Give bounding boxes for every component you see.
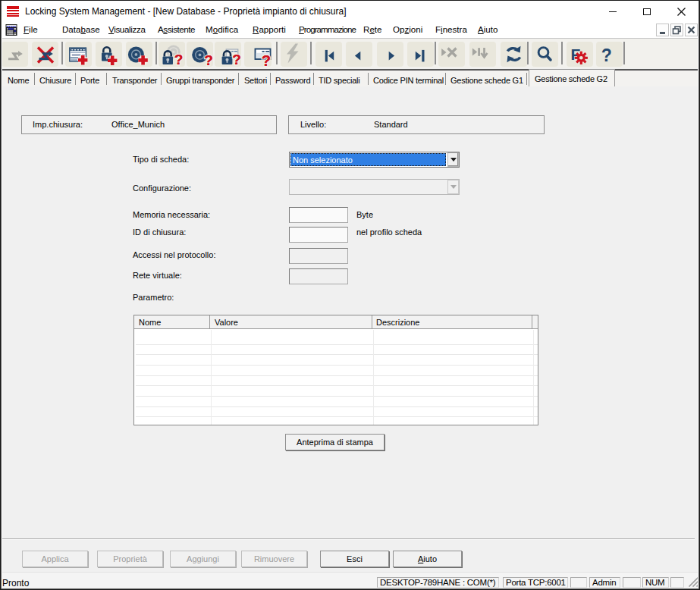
svg-text:?: ? (174, 52, 184, 67)
svg-text:?: ? (262, 52, 271, 67)
svg-text:?: ? (601, 46, 612, 65)
svg-text:?: ? (204, 52, 213, 66)
svg-text:?: ? (232, 52, 241, 67)
